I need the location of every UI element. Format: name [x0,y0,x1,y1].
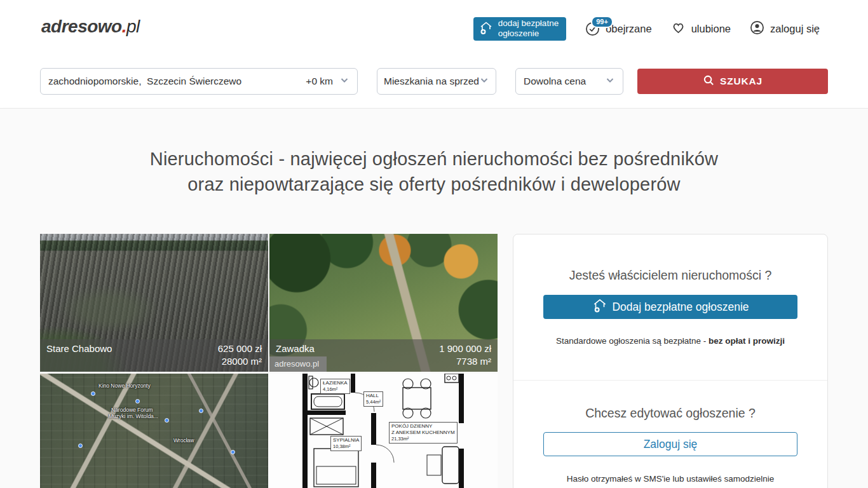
header-actions: dodaj bezpłatne ogłoszenie 99+ obejrzane… [473,15,820,42]
owner-panel: Jesteś właścicielem nieruchomości ? Doda… [513,234,828,488]
listing-tile-stare-chabowo[interactable]: Stare Chabowo 625 000 zł 28000 m² [40,234,268,372]
floorplan-room-label: HALL 5,44m² [363,391,383,407]
listing-price: 1 900 000 zł [439,342,491,355]
heart-icon [671,20,686,37]
logo[interactable]: adresowo.pl [41,17,140,37]
map-label: Wrocław [173,437,194,444]
header: adresowo.pl dodaj bezpłatne ogłoszenie [0,0,868,108]
property-type-value: Mieszkania na sprzedaż [384,76,479,87]
map-poi-marker [78,444,83,448]
chevron-down-icon [339,75,349,88]
listing-area: 28000 m² [46,355,262,368]
listing-caption: Stare Chabowo 625 000 zł 28000 m² [40,339,268,372]
favorites-label: ulubione [691,23,731,35]
floorplan-room-label: SYPIALNIA 10,38m² [330,436,362,451]
chevron-down-icon [605,75,615,88]
listing-map-photo: Kino Nowe Horyzonty Narodowe Forum Muzyk… [40,374,268,488]
map-poi-marker [165,418,169,423]
price-select[interactable]: Dowolna cena [515,68,623,95]
listing-tile-zawadka[interactable]: Zawadka 1 900 000 zł 7738 m² adresowo.pl [269,234,498,372]
radius-dropdown[interactable]: +0 km [306,76,333,87]
map-poi-marker [199,409,203,413]
owner-heading: Jesteś właścicielem nieruchomości ? [513,268,827,283]
listings-grid: Stare Chabowo 625 000 zł 28000 m² Zawadk… [40,234,498,488]
map-poi-marker [91,391,95,396]
floorplan-room-label: POKÓJ DZIENNY Z ANEKSEM KUCHENNYM 21,33m… [389,422,458,444]
photo-watermark: adresowo.pl [269,356,327,372]
listing-name: Stare Chabowo [46,342,112,355]
location-value: zachodniopomorskie, Szczecin Świerczewo [48,76,306,87]
map-label: Muzyki im. Witolda... [109,413,158,419]
edit-heading: Chcesz edytować ogłoszenie ? [513,406,827,421]
floorplan-room-label: ŁAZIENKA 4,16m² [320,379,350,394]
owner-section: Jesteś właścicielem nieruchomości ? Doda… [513,234,827,380]
add-listing-label: dodaj bezpłatne ogłoszenie [498,18,559,38]
login-button-label: Zaloguj się [644,438,698,451]
edit-section: Chcesz edytować ogłoszenie ? Zaloguj się… [513,380,827,484]
price-value: Dowolna cena [524,76,605,87]
listing-floorplan: ŁAZIENKA 4,16m² HALL 5,44m² SYPIALNIA 10… [269,374,498,488]
listing-tile-zacharzyce[interactable]: ŁAZIENKA 4,16m² HALL 5,44m² SYPIALNIA 10… [269,374,498,488]
search-button-label: SZUKAJ [720,76,763,87]
listing-price: 625 000 zł [218,342,262,355]
house-plus-icon [592,297,608,317]
search-button[interactable]: SZUKAJ [637,69,828,94]
listing-name: Zawadka [276,342,315,355]
page-title: Nieruchomości - najwięcej ogłoszeń nieru… [0,146,868,197]
check-circle-icon: 99+ [585,22,600,36]
chevron-down-icon [479,75,489,88]
viewed-link[interactable]: 99+ obejrzane [585,22,651,36]
property-type-select[interactable]: Mieszkania na sprzedaż [377,68,496,95]
login-link[interactable]: zaloguj się [750,20,820,37]
add-listing-button[interactable]: dodaj bezpłatne ogłoszenie [473,17,566,41]
map-poi-marker [231,450,235,454]
house-plus-icon [478,20,494,37]
listing-tile-wroclaw[interactable]: Kino Nowe Horyzonty Narodowe Forum Muzyk… [40,374,268,488]
location-input[interactable]: zachodniopomorskie, Szczecin Świerczewo … [40,68,358,95]
login-label: zaloguj się [770,23,820,35]
logo-dot: . [122,17,126,36]
logo-tld: pl [126,17,140,36]
logo-name: adresowo [41,17,122,36]
map-poi-marker [135,399,140,403]
add-free-listing-button[interactable]: Dodaj bezpłatne ogłoszenie [543,295,797,319]
favorites-link[interactable]: ulubione [671,20,731,37]
floorplan-drawing [269,374,498,488]
login-button[interactable]: Zaloguj się [543,432,797,456]
map-label: Kino Nowe Horyzonty [98,383,151,389]
map-label: Narodowe Forum [111,407,153,413]
user-icon [750,20,764,37]
viewed-count-badge: 99+ [591,16,613,28]
owner-note: Standardowe ogłoszenia są bezpłatne - be… [513,336,827,346]
add-free-listing-label: Dodaj bezpłatne ogłoszenie [612,301,749,314]
edit-note: Hasło otrzymałeś w SMS'ie lub ustawiłeś … [513,474,827,484]
search-icon [703,74,715,89]
